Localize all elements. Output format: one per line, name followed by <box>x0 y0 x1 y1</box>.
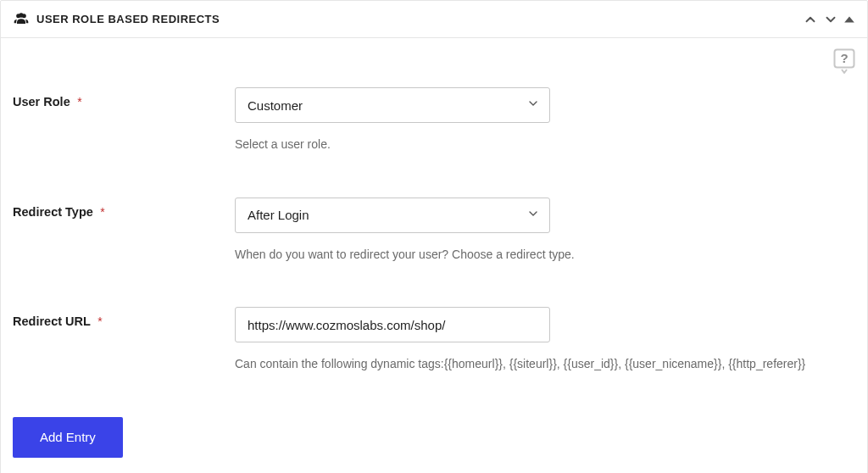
user-role-select-wrap <box>235 87 550 123</box>
label-col: Redirect Type * <box>13 198 235 220</box>
label-col: Redirect URL * <box>13 307 235 329</box>
panel-header-controls <box>803 12 855 27</box>
row-user-role: User Role * Select a user role. <box>13 87 855 153</box>
required-mark: * <box>100 205 104 219</box>
user-role-help: Select a user role. <box>235 136 855 153</box>
panel-header-left: USER ROLE BASED REDIRECTS <box>13 11 220 28</box>
redirect-type-select[interactable] <box>235 198 550 233</box>
collapse-icon[interactable] <box>843 14 855 25</box>
panel-user-role-redirects: USER ROLE BASED REDIRECTS ? User <box>0 0 868 473</box>
svg-point-2 <box>19 13 23 17</box>
button-row: Add Entry <box>13 417 855 458</box>
panel-title: USER ROLE BASED REDIRECTS <box>36 13 220 25</box>
users-icon <box>13 11 30 28</box>
field-col: Select a user role. <box>235 87 855 153</box>
help-icon[interactable]: ? <box>833 48 855 77</box>
user-role-label: User Role <box>13 95 70 109</box>
move-down-icon[interactable] <box>823 12 838 27</box>
redirect-type-label: Redirect Type <box>13 205 93 219</box>
required-mark: * <box>97 314 102 328</box>
row-redirect-url: Redirect URL * Can contain the following… <box>13 307 855 373</box>
redirect-url-help: Can contain the following dynamic tags:{… <box>235 356 845 373</box>
redirect-url-label: Redirect URL <box>13 314 91 328</box>
redirect-type-help: When do you want to redirect your user? … <box>235 247 855 264</box>
required-mark: * <box>77 95 81 109</box>
redirect-url-input[interactable] <box>235 307 550 342</box>
panel-header: USER ROLE BASED REDIRECTS <box>1 1 867 38</box>
add-entry-button[interactable]: Add Entry <box>13 417 123 458</box>
panel-body: ? User Role * Select a user role. <box>1 38 867 473</box>
redirect-type-select-wrap <box>235 198 550 233</box>
user-role-select[interactable] <box>235 87 550 123</box>
field-col: Can contain the following dynamic tags:{… <box>235 307 855 373</box>
row-redirect-type: Redirect Type * When do you want to redi… <box>13 198 855 264</box>
field-col: When do you want to redirect your user? … <box>235 198 855 264</box>
svg-text:?: ? <box>840 51 848 65</box>
move-up-icon[interactable] <box>803 12 818 27</box>
label-col: User Role * <box>13 87 235 109</box>
